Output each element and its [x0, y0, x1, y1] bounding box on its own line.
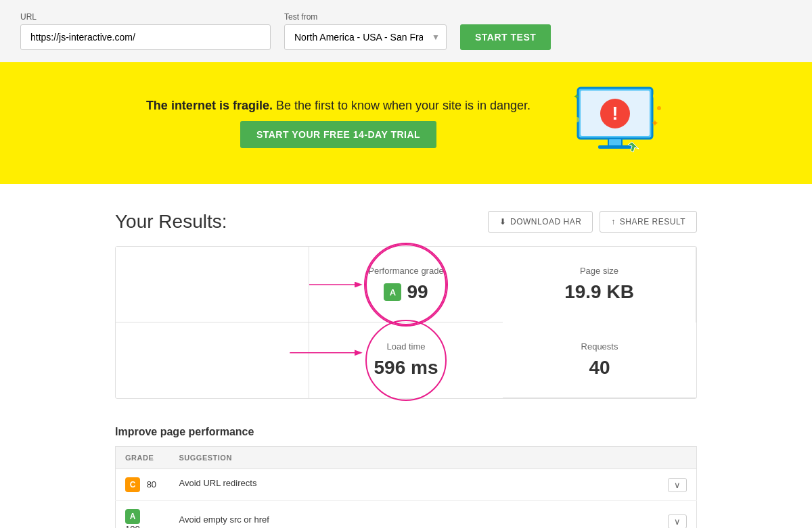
promo-content: The internet is fragile. Be the first to… — [146, 99, 531, 148]
results-section: Your Results: ⬇ DOWNLOAD HAR ↑ SHARE RES… — [102, 211, 710, 399]
requests-value: 40 — [523, 357, 676, 379]
test-from-select[interactable]: North America - USA - San Francisco Euro… — [284, 24, 447, 50]
grade-letter-badge: C — [125, 477, 140, 492]
suggestion-cell: Avoid URL redirects ∨ — [170, 469, 697, 501]
suggestion-text: Avoid URL redirects — [179, 478, 257, 488]
expand-row-button[interactable]: ∨ — [668, 478, 687, 492]
metric-page-size: Page size 19.9 KB — [503, 247, 696, 322]
promo-banner: The internet is fragile. Be the first to… — [0, 62, 812, 184]
grade-score: 100 — [125, 524, 140, 528]
improve-section: Improve page performance GRADE SUGGESTIO… — [102, 426, 710, 528]
svg-text:✦: ✦ — [651, 118, 659, 128]
url-input[interactable] — [20, 24, 271, 50]
metric-empty-topleft — [116, 247, 309, 322]
page-size-value: 19.9 KB — [523, 281, 675, 303]
svg-point-8 — [657, 106, 661, 110]
page-size-label: Page size — [523, 266, 675, 276]
svg-point-7 — [653, 93, 658, 99]
improve-title: Improve page performance — [115, 426, 697, 438]
test-from-field-group: Test from North America - USA - San Fran… — [284, 12, 447, 50]
metric-performance-grade: Performance grade A 99 — [309, 247, 503, 322]
performance-grade-number: 99 — [407, 281, 428, 303]
promo-cta-button[interactable]: START YOUR FREE 14-DAY TRIAL — [240, 121, 436, 148]
results-actions: ⬇ DOWNLOAD HAR ↑ SHARE RESULT — [488, 211, 697, 233]
download-har-button[interactable]: ⬇ DOWNLOAD HAR — [488, 211, 593, 233]
grade-score: 80 — [147, 479, 156, 489]
table-row: A 100 Avoid empty src or href ∨ — [116, 501, 697, 529]
suggestion-cell: Avoid empty src or href ∨ — [170, 501, 697, 529]
share-result-button[interactable]: ↑ SHARE RESULT — [600, 211, 697, 233]
metric-empty-bottomleft — [116, 322, 309, 398]
test-from-label: Test from — [284, 12, 447, 22]
share-result-label: SHARE RESULT — [620, 217, 685, 226]
grade-cell: A 100 — [116, 501, 170, 529]
svg-point-9 — [574, 117, 579, 122]
performance-grade-label: Performance grade — [330, 266, 482, 276]
url-field-group: URL — [20, 12, 271, 50]
table-row: C 80 Avoid URL redirects ∨ — [116, 469, 697, 501]
svg-rect-5 — [598, 145, 632, 149]
promo-bold-text: The internet is fragile. — [146, 99, 273, 112]
start-test-button[interactable]: START TEST — [460, 24, 551, 50]
performance-grade-value: A 99 — [330, 281, 482, 303]
svg-text:!: ! — [612, 103, 618, 124]
results-header: Your Results: ⬇ DOWNLOAD HAR ↑ SHARE RES… — [115, 211, 697, 233]
requests-label: Requests — [523, 341, 676, 352]
header-bar: URL Test from North America - USA - San … — [0, 0, 812, 62]
load-time-value: 596 ms — [330, 357, 482, 379]
metric-requests: Requests 40 — [503, 322, 696, 398]
svg-text:✦: ✦ — [573, 92, 580, 101]
share-icon: ↑ — [611, 217, 616, 226]
monitor-svg: ! ✦ ✦ — [571, 82, 666, 164]
url-label: URL — [20, 12, 271, 22]
results-title: Your Results: — [115, 211, 227, 233]
metric-load-time: Load time 596 ms — [309, 322, 503, 398]
test-from-select-wrap: North America - USA - San Francisco Euro… — [284, 24, 447, 50]
grade-badge-a: A — [384, 283, 401, 301]
download-har-label: DOWNLOAD HAR — [510, 217, 581, 226]
grade-cell: C 80 — [116, 469, 170, 501]
grade-column-header: GRADE — [116, 447, 170, 469]
suggestion-column-header: SUGGESTION — [170, 447, 697, 469]
promo-normal-text: Be the first to know when your site is i… — [273, 99, 531, 112]
download-icon: ⬇ — [499, 217, 507, 226]
suggestion-text: Avoid empty src or href — [179, 514, 269, 525]
metrics-grid: Performance grade A 99 Page size 19.9 KB… — [115, 246, 697, 399]
load-time-label: Load time — [330, 341, 482, 352]
expand-row-button[interactable]: ∨ — [668, 514, 687, 528]
grade-letter-badge: A — [125, 509, 140, 524]
monitor-illustration: ! ✦ ✦ — [571, 82, 666, 164]
promo-text: The internet is fragile. Be the first to… — [146, 99, 531, 113]
improve-table: GRADE SUGGESTION C 80 Avoid URL redirect… — [115, 446, 697, 528]
